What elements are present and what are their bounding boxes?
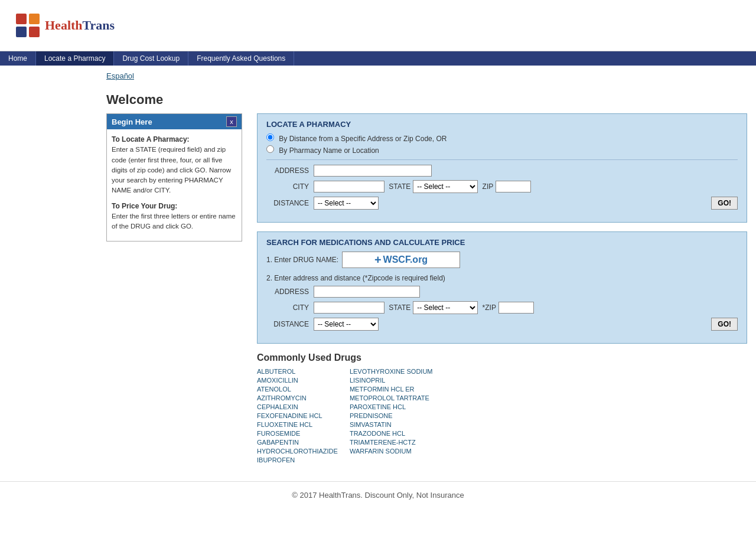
drug-col-2: LEVOTHYROXINE SODIUMLISINOPRILMETFORMIN … (350, 368, 433, 464)
nav-faq[interactable]: Frequently Asked Questions (188, 51, 294, 66)
drug-name-input[interactable] (342, 252, 460, 268)
drug-name-label: 1. Enter DRUG NAME: (266, 256, 338, 264)
to-locate-text: Enter a STATE (required field) and zip c… (112, 146, 231, 194)
svg-rect-1 (29, 14, 40, 24)
address-row-1: ADDRESS (266, 165, 738, 177)
commonly-used-section: Commonly Used Drugs ALBUTEROLAMOXICILLIN… (257, 353, 747, 464)
drug-col-1: ALBUTEROLAMOXICILLINATENOLOLAZITHROMYCIN… (257, 368, 338, 464)
drug-link[interactable]: FEXOFENADINE HCL (257, 412, 338, 419)
drug-link[interactable]: AMOXICILLIN (257, 377, 338, 384)
commonly-used-title: Commonly Used Drugs (257, 353, 747, 363)
footer: © 2017 HealthTrans. Discount Only, Not I… (0, 481, 756, 508)
address-input-2[interactable] (314, 286, 420, 298)
footer-text: © 2017 HealthTrans. Discount Only, Not I… (292, 491, 464, 500)
header: HealthTrans (0, 0, 756, 51)
search-medications-title: SEARCH FOR MEDICATIONS AND CALCULATE PRI… (266, 238, 738, 247)
begin-here-title: Begin Here (112, 118, 152, 126)
begin-here-body: To Locate A Pharmacy: Enter a STATE (req… (107, 129, 242, 241)
radio-name-label: By Pharmacy Name or Location (279, 146, 379, 155)
drug-link[interactable]: AZITHROMYCIN (257, 394, 338, 402)
content: Español Welcome Begin Here x To Locate A… (97, 66, 756, 469)
city-state-zip-row-2: CITY STATE -- Select --ALAKAZARCACOCTDEF… (266, 301, 738, 314)
drug-link[interactable]: WARFARIN SODIUM (350, 448, 433, 455)
search-go-button[interactable]: GO! (711, 318, 738, 331)
drug-link[interactable]: GABAPENTIN (257, 439, 338, 446)
nav-drug-cost[interactable]: Drug Cost Lookup (114, 51, 188, 66)
address-label-2: ADDRESS (266, 288, 314, 296)
drug-link[interactable]: LEVOTHYROXINE SODIUM (350, 368, 433, 375)
logo-health: Health (45, 18, 83, 32)
navigation: Home Locate a Pharmacy Drug Cost Lookup … (0, 51, 756, 66)
drug-link[interactable]: IBUPROFEN (257, 456, 338, 464)
svg-rect-0 (16, 14, 27, 24)
zip-label-1: ZIP (483, 182, 494, 191)
drug-link[interactable]: TRIAMTERENE-HCTZ (350, 439, 433, 446)
distance-row-1: DISTANCE -- Select --5 miles10 miles15 m… (266, 197, 738, 210)
drug-link[interactable]: TRAZODONE HCL (350, 430, 433, 437)
address-row-2: ADDRESS (266, 286, 738, 298)
state-label-1: STATE (389, 182, 410, 191)
begin-here-close-button[interactable]: x (226, 116, 237, 127)
state-select-1[interactable]: -- Select --ALAKAZARCACOCTDEFLGAHIIDILIN… (413, 180, 478, 193)
locate-pharmacy-section: LOCATE A PHARMACY By Distance from a Spe… (257, 113, 747, 223)
locate-pharmacy-title: LOCATE A PHARMACY (266, 120, 738, 129)
distance-label-2: DISTANCE (266, 320, 314, 328)
drug-link[interactable]: ALBUTEROL (257, 368, 338, 375)
drug-link[interactable]: SIMVASTATIN (350, 421, 433, 428)
drug-grid: ALBUTEROLAMOXICILLINATENOLOLAZITHROMYCIN… (257, 368, 747, 464)
svg-rect-3 (29, 27, 40, 37)
city-label-2: CITY (266, 304, 314, 312)
distance-select-1[interactable]: -- Select --5 miles10 miles15 miles20 mi… (314, 197, 379, 210)
locate-go-button[interactable]: GO! (711, 197, 738, 210)
drug-link[interactable]: ATENOLOL (257, 386, 338, 393)
main-layout: Español Welcome Begin Here x To Locate A… (0, 66, 756, 469)
form-divider-1 (266, 159, 738, 160)
begin-here-sidebar: Begin Here x To Locate A Pharmacy: Enter… (106, 113, 248, 464)
drug-link[interactable]: CEPHALEXIN (257, 403, 338, 410)
nav-locate-pharmacy[interactable]: Locate a Pharmacy (36, 51, 114, 66)
distance-row-2: DISTANCE -- Select --5 miles10 miles15 m… (266, 318, 738, 331)
address-instruction: 2. Enter address and distance (*Zipcode … (266, 274, 445, 282)
radio-distance-label: By Distance from a Specific Address or Z… (279, 135, 447, 143)
radio-name[interactable] (266, 145, 274, 153)
city-input-1[interactable] (314, 181, 384, 192)
to-locate-title: To Locate A Pharmacy: (112, 135, 190, 143)
to-price-title: To Price Your Drug: (112, 202, 177, 210)
drug-name-row: 1. Enter DRUG NAME: + WSCF.org (266, 252, 738, 268)
zip-input-1[interactable] (496, 181, 531, 192)
to-price-text: Enter the first three letters or entire … (112, 213, 236, 230)
city-input-2[interactable] (314, 302, 384, 314)
drug-link[interactable]: PAROXETINE HCL (350, 403, 433, 410)
distance-select-2[interactable]: -- Select --5 miles10 miles15 miles20 mi… (314, 318, 379, 331)
zip-label-2: *ZIP (483, 304, 496, 312)
welcome-heading: Welcome (106, 92, 747, 107)
drug-link[interactable]: FLUOXETINE HCL (257, 421, 338, 428)
sidebar (0, 66, 97, 469)
content-inner: Begin Here x To Locate A Pharmacy: Enter… (106, 113, 747, 464)
logo-text: HealthTrans (45, 18, 115, 33)
zip-input-2[interactable] (498, 302, 534, 314)
search-medications-section: SEARCH FOR MEDICATIONS AND CALCULATE PRI… (257, 231, 747, 344)
address-input-1[interactable] (314, 165, 432, 177)
svg-rect-2 (16, 27, 27, 37)
logo-area: HealthTrans (7, 5, 749, 46)
nav-home[interactable]: Home (0, 51, 36, 66)
radio-distance-row: By Distance from a Specific Address or Z… (266, 133, 738, 143)
state-select-2[interactable]: -- Select --ALAKAZARCACOCTDEFLGAHIIDILIN… (413, 301, 478, 314)
drug-link[interactable]: METOPROLOL TARTRATE (350, 394, 433, 402)
address-label-1: ADDRESS (266, 167, 314, 175)
drug-link[interactable]: HYDROCHLOROTHIAZIDE (257, 448, 338, 455)
city-label-1: CITY (266, 182, 314, 191)
drug-link[interactable]: METFORMIN HCL ER (350, 386, 433, 393)
radio-distance[interactable] (266, 133, 274, 141)
main-section: LOCATE A PHARMACY By Distance from a Spe… (257, 113, 747, 464)
drug-name-wrapper: + WSCF.org (342, 252, 460, 268)
begin-here-header: Begin Here x (107, 114, 242, 129)
espanol-link[interactable]: Español (106, 71, 134, 80)
begin-here-box: Begin Here x To Locate A Pharmacy: Enter… (106, 113, 242, 242)
drug-link[interactable]: PREDNISONE (350, 412, 433, 419)
drug-link[interactable]: FUROSEMIDE (257, 430, 338, 437)
distance-label-1: DISTANCE (266, 199, 314, 207)
drug-link[interactable]: LISINOPRIL (350, 377, 433, 384)
address-label-2-row: 2. Enter address and distance (*Zipcode … (266, 274, 738, 282)
